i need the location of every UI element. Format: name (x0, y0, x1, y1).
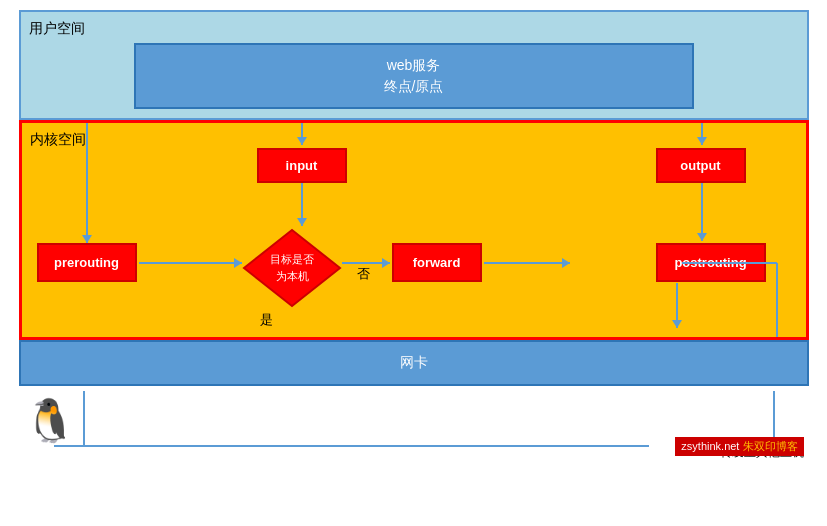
web-service-line1: web服务 (146, 55, 682, 76)
postrouting-box: postrouting (656, 243, 766, 282)
svg-text:目标是否: 目标是否 (270, 253, 314, 265)
svg-marker-10 (234, 258, 242, 268)
forward-box: forward (392, 243, 482, 282)
svg-text:为本机: 为本机 (275, 270, 308, 282)
prerouting-box: prerouting (37, 243, 137, 282)
input-box: input (257, 148, 347, 183)
user-space-label: 用户空间 (29, 20, 799, 38)
svg-marker-8 (82, 235, 92, 243)
svg-marker-20 (672, 320, 682, 328)
svg-marker-14 (562, 258, 570, 268)
network-card: 网卡 (19, 340, 809, 386)
output-box: output (656, 148, 746, 183)
watermark: zsythink.net 朱双印博客 (675, 437, 803, 456)
yes-label: 是 (260, 311, 273, 329)
web-service-line2: 终点/原点 (146, 76, 682, 97)
diamond-decision: 目标是否 为本机 (242, 228, 342, 308)
network-card-label: 网卡 (400, 354, 428, 370)
user-space: 用户空间 web服务 终点/原点 (19, 10, 809, 120)
svg-marker-18 (697, 233, 707, 241)
svg-marker-12 (382, 258, 390, 268)
kernel-space: 内核空间 input output prerouting 目标是否 为本机 是 … (19, 120, 809, 340)
diagram-wrapper: 用户空间 web服务 终点/原点 内核空间 input output prero… (19, 10, 809, 461)
kernel-space-label: 内核空间 (30, 131, 798, 149)
penguin-icon: 🐧 (24, 396, 76, 445)
web-service-box: web服务 终点/原点 (134, 43, 694, 109)
svg-marker-0 (244, 230, 340, 306)
svg-marker-6 (297, 218, 307, 226)
no-label: 否 (357, 265, 370, 283)
